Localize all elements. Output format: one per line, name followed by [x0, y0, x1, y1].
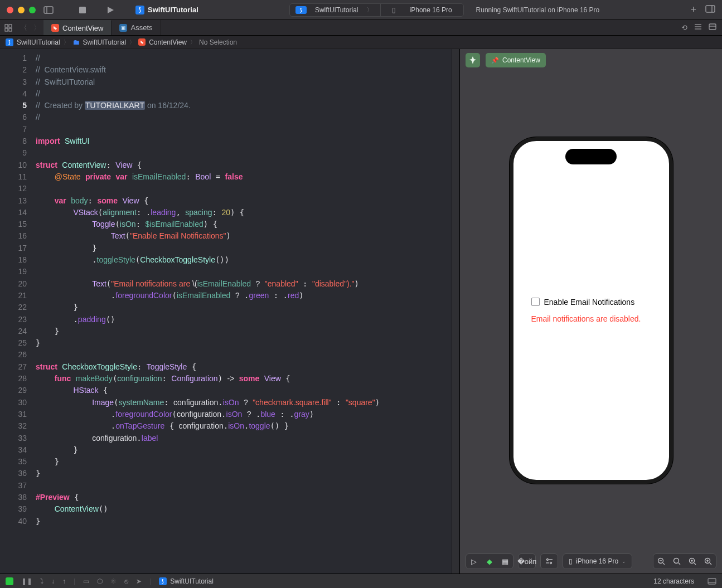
live-preview-button[interactable]: ▷ — [466, 557, 482, 566]
simulate-location-button[interactable]: ⎋ — [124, 577, 128, 585]
toggle-debug-area-icon[interactable] — [708, 578, 716, 585]
tab-contentview[interactable]: ContentView — [43, 20, 112, 35]
preview-canvas: 📌 ContentView Enable Email Notifications… — [459, 49, 722, 574]
preview-target-chip[interactable]: 📌 ContentView — [486, 53, 546, 67]
activity-indicator — [6, 577, 13, 585]
breadcrumb-selection[interactable]: No Selection — [199, 38, 237, 46]
step-into-button[interactable]: ↓ — [51, 577, 55, 585]
settings-icon — [541, 557, 558, 565]
memory-graph-button[interactable]: ⬡ — [97, 577, 103, 585]
device-icon: ▯ — [386, 4, 401, 16]
adjust-editor-icon[interactable] — [709, 23, 716, 32]
assets-icon: ▣ — [119, 24, 127, 32]
debug-process[interactable]: ⟆ SwiftUITutorial — [159, 577, 214, 585]
stop-button[interactable] — [79, 7, 86, 13]
breadcrumb-folder[interactable]: SwiftUITutorial — [83, 38, 127, 46]
sliders-icon: �ойп — [519, 557, 535, 566]
zoom-window-button[interactable] — [29, 7, 36, 13]
location-button[interactable]: ➤ — [136, 577, 142, 585]
scheme-selector[interactable]: ⟆SwiftUITutorial〉 ▯iPhone 16 Pro — [289, 3, 464, 17]
close-window-button[interactable] — [7, 7, 13, 13]
editor-scrollbar[interactable] — [452, 49, 459, 574]
project-title: ⟆ SwiftUITutorial — [135, 6, 198, 14]
email-toggle-row[interactable]: Enable Email Notifications — [531, 298, 635, 307]
step-out-button[interactable]: ↑ — [62, 577, 66, 585]
device-settings-button[interactable] — [540, 553, 558, 569]
toggle-navigator-icon[interactable] — [43, 6, 54, 14]
preview-toolbar: 📌 ContentView — [460, 49, 722, 71]
main-split: 1234567891011121314151617181920212223242… — [0, 49, 722, 574]
chevron-right-icon: 〉 — [129, 38, 135, 46]
svg-rect-5 — [5, 25, 8, 27]
add-tab-icon[interactable]: + — [690, 4, 696, 16]
source-editor[interactable]: 1234567891011121314151617181920212223242… — [0, 49, 459, 574]
code-area[interactable]: // // ContentView.swift // SwiftUITutori… — [32, 49, 459, 574]
zoom-out-button[interactable] — [653, 557, 669, 565]
chevron-right-icon: 〉 — [190, 38, 196, 46]
svg-rect-0 — [44, 7, 53, 13]
refresh-preview-icon[interactable]: ⟲ — [681, 23, 687, 32]
svg-rect-6 — [9, 25, 12, 27]
pause-button[interactable]: ❚❚ — [21, 577, 32, 585]
swift-file-icon — [51, 24, 59, 32]
breadcrumb-file[interactable]: ContentView — [149, 38, 187, 46]
back-button[interactable]: 〈 — [17, 23, 30, 33]
tab-label: Assets — [130, 23, 152, 32]
toggle-inspector-icon[interactable] — [705, 5, 715, 14]
device-label: iPhone 16 Pro — [576, 557, 618, 565]
history-nav: 〈 〉 — [17, 20, 43, 35]
debug-view-button[interactable]: ▭ — [83, 577, 89, 585]
svg-line-27 — [710, 563, 711, 565]
build-status-label: Running SwiftUITutorial on iPhone 16 Pro — [476, 6, 600, 14]
device-icon: ▯ — [569, 557, 573, 565]
svg-point-25 — [691, 560, 692, 561]
related-items-icon[interactable] — [0, 20, 17, 35]
editor-tab-bar: 〈 〉 ContentView ▣ Assets ⟲ — [0, 20, 722, 36]
svg-rect-7 — [5, 28, 8, 31]
swift-file-icon — [138, 38, 146, 46]
svg-rect-30 — [708, 579, 716, 584]
toggle-label: Enable Email Notifications — [544, 298, 635, 307]
svg-rect-8 — [9, 28, 12, 31]
preview-device-selector[interactable]: ▯ iPhone 16 Pro ⌄ — [563, 553, 632, 569]
svg-line-22 — [679, 563, 680, 565]
preview-chip-label: ContentView — [502, 56, 540, 64]
preview-mode-cluster: ▷ ◆ ▦ — [466, 553, 513, 569]
project-icon: ⟆ — [159, 577, 167, 585]
zoom-actual-button[interactable] — [669, 557, 685, 565]
zoom-fit-button[interactable] — [685, 557, 700, 565]
svg-rect-12 — [709, 24, 716, 30]
project-title-label: SwiftUITutorial — [148, 6, 198, 14]
app-content: Enable Email Notifications Email notific… — [513, 141, 669, 480]
step-over-button[interactable]: ⤵ — [40, 577, 43, 585]
minimize-window-button[interactable] — [18, 7, 25, 13]
env-overrides-button[interactable]: ⚛ — [110, 577, 117, 585]
project-icon: ⟆ — [135, 6, 144, 14]
svg-rect-2 — [79, 7, 86, 13]
pin-preview-button[interactable] — [466, 53, 480, 67]
traffic-lights — [7, 7, 36, 13]
debug-process-label: SwiftUITutorial — [170, 577, 214, 585]
variants-button[interactable]: ▦ — [497, 557, 513, 566]
chevron-right-icon: 〉 — [64, 38, 69, 46]
svg-point-21 — [674, 558, 679, 563]
forward-button[interactable]: 〉 — [30, 23, 43, 33]
editor-options-icon[interactable] — [694, 23, 702, 32]
preview-bottom-bar: ▷ ◆ ▦ �ойп ▯ iPhone 16 Pro ⌄ — [460, 549, 722, 574]
selectable-preview-button[interactable]: ◆ — [482, 557, 497, 566]
run-button[interactable] — [107, 6, 114, 14]
pin-icon: 📌 — [491, 57, 499, 64]
tab-assets[interactable]: ▣ Assets — [112, 20, 161, 35]
jump-bar[interactable]: ⟆ SwiftUITutorial 〉 🖿 SwiftUITutorial 〉 … — [0, 36, 722, 49]
tab-label: ContentView — [62, 24, 103, 32]
breadcrumb-project[interactable]: SwiftUITutorial — [17, 38, 60, 46]
folder-icon: 🖿 — [72, 38, 80, 46]
selection-count-label: 12 characters — [653, 577, 694, 585]
preview-viewport[interactable]: Enable Email Notifications Email notific… — [460, 71, 722, 549]
checkbox-icon[interactable] — [531, 298, 540, 306]
email-status-text: Email notifications are disabled. — [531, 314, 641, 323]
zoom-cluster — [653, 553, 716, 569]
device-settings-button[interactable]: �ойп — [518, 553, 536, 569]
line-number-gutter: 1234567891011121314151617181920212223242… — [0, 49, 32, 574]
zoom-in-button[interactable] — [700, 557, 716, 565]
